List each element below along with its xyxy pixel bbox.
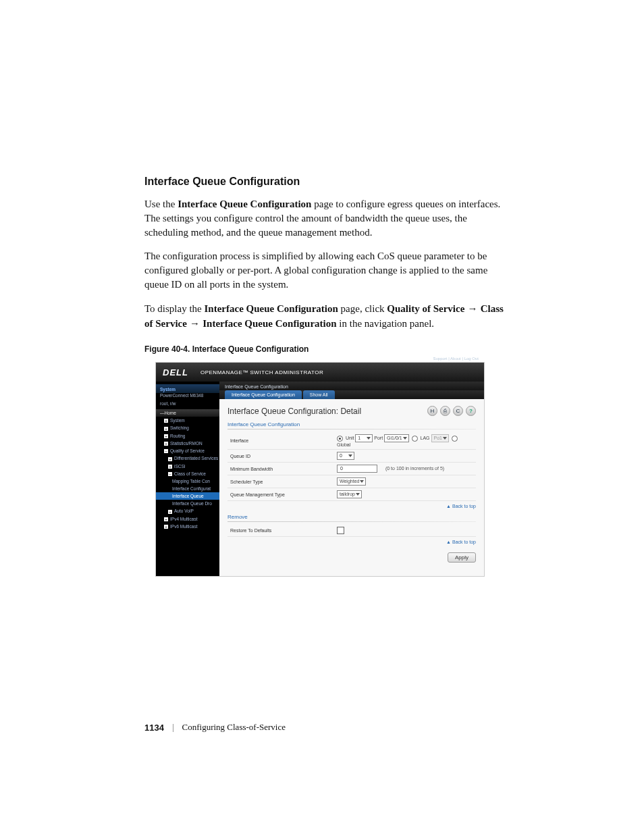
min-bandwidth-input[interactable]: 0: [337, 465, 377, 473]
nav-sidebar: System PowerConnect M6348 root, r/w —Hom…: [156, 382, 219, 576]
expand-icon: +: [164, 517, 168, 521]
port-select[interactable]: Gi1/0/1: [384, 434, 409, 442]
expand-icon: +: [164, 442, 168, 446]
save-icon[interactable]: H: [427, 406, 437, 416]
row-restore-defaults: Restore To Defaults: [227, 525, 476, 537]
tab-row: Interface Queue Configuration Show All: [219, 390, 484, 399]
bold-term: Interface Queue Configuration: [205, 303, 338, 314]
paragraph-1: Use the Interface Queue Configuration pa…: [144, 197, 509, 240]
row-interface: Interface Unit 1 Port Gi1/0/1 LAG Po1: [227, 432, 476, 450]
app-topbar: Support | About | Log Out DELL OPENMANAG…: [156, 363, 484, 382]
divider: [227, 429, 476, 429]
sidebar-item-diffserv[interactable]: +Differentiated Services: [156, 454, 219, 462]
section-heading: Interface Queue Configuration: [144, 176, 509, 188]
radio-global[interactable]: [452, 436, 458, 442]
sidebar-item-system[interactable]: +System: [156, 417, 219, 424]
paragraph-2: The configuration process is simplified …: [144, 249, 509, 292]
sidebar-item-interface-config[interactable]: Interface Configurat: [156, 485, 219, 492]
back-to-top-link-2[interactable]: ▲Back to top: [227, 540, 476, 544]
sidebar-item-label: Switching: [170, 425, 189, 430]
sidebar-device-model: PowerConnect M6348: [156, 393, 219, 401]
apply-button[interactable]: Apply: [448, 552, 476, 563]
radio-lag[interactable]: [412, 436, 418, 442]
expand-icon: +: [164, 525, 168, 529]
row-scheduler-type: Scheduler Type Weighted: [227, 475, 476, 488]
footer-separator: |: [172, 722, 174, 733]
sidebar-item-label: Interface Queue: [172, 494, 204, 498]
divider: [227, 521, 476, 522]
sidebar-item-qos[interactable]: –Quality of Service: [156, 447, 219, 454]
chapter-title: Configuring Class-of-Service: [182, 722, 286, 733]
screenshot-interface-queue-config: Support | About | Log Out DELL OPENMANAG…: [155, 362, 485, 577]
page-number: 1134: [144, 723, 164, 733]
label-queue-mgmt-type: Queue Management Type: [227, 488, 334, 501]
bold-term: Interface Queue Configuration: [178, 199, 311, 209]
collapse-icon: –: [168, 472, 172, 476]
triangle-up-icon: ▲: [446, 504, 451, 509]
sidebar-item-label: Differentiated Services: [174, 456, 218, 461]
sidebar-item-cos[interactable]: –Class of Service: [156, 470, 219, 477]
sidebar-item-label: IPv4 Multicast: [170, 517, 197, 521]
sidebar-item-ipv4-multicast[interactable]: +IPv4 Multicast: [156, 515, 219, 523]
sidebar-item-ipv6-multicast[interactable]: +IPv6 Multicast: [156, 523, 219, 530]
refresh-icon[interactable]: C: [453, 406, 463, 416]
text: in the navigation panel.: [337, 318, 435, 329]
sidebar-item-statistics[interactable]: +Statistics/RMON: [156, 440, 219, 447]
unit-select[interactable]: 1: [355, 434, 373, 442]
help-icon[interactable]: ?: [466, 406, 476, 416]
port-label: Port: [374, 436, 383, 440]
unit-label: Unit: [346, 436, 354, 440]
label-interface: Interface: [227, 432, 334, 450]
sidebar-item-label: Mapping Table Con: [172, 479, 210, 484]
queue-id-select[interactable]: 0: [337, 452, 354, 460]
sidebar-item-switching[interactable]: +Switching: [156, 424, 219, 432]
expand-icon: +: [164, 419, 168, 423]
lag-select: Po1: [431, 434, 449, 442]
sidebar-item-label: Class of Service: [174, 471, 206, 476]
product-name: OPENMANAGE™ SWITCH ADMINISTRATOR: [200, 369, 323, 375]
sidebar-item-routing[interactable]: +Routing: [156, 432, 219, 440]
sidebar-item-mapping-table[interactable]: Mapping Table Con: [156, 477, 219, 485]
sidebar-item-label: iSCSI: [174, 464, 186, 469]
restore-defaults-checkbox[interactable]: [337, 527, 344, 534]
scheduler-type-select[interactable]: Weighted: [337, 477, 366, 486]
brand-logo: DELL: [163, 367, 188, 377]
expand-icon: +: [164, 427, 168, 431]
sidebar-item-label: Quality of Service: [170, 448, 205, 453]
expand-icon: +: [168, 465, 172, 469]
triangle-up-icon: ▲: [446, 540, 451, 544]
sidebar-item-interface-queue-drop[interactable]: Interface Queue Dro: [156, 500, 219, 507]
back-to-top-label: Back to top: [452, 540, 476, 544]
sidebar-item-home[interactable]: —Home: [156, 409, 219, 417]
remove-table: Restore To Defaults: [227, 525, 476, 537]
sidebar-item-label: Interface Queue Dro: [172, 501, 212, 506]
global-label: Global: [337, 442, 350, 447]
arrow-icon: →: [187, 317, 203, 329]
sidebar-item-label: Home: [165, 411, 176, 415]
sidebar-item-auto-voip[interactable]: +Auto VoIP: [156, 507, 219, 515]
paragraph-3: To display the Interface Queue Configura…: [144, 301, 509, 331]
radio-unit[interactable]: [337, 436, 343, 442]
expand-icon: +: [168, 457, 172, 461]
min-bandwidth-hint: (0 to 100 in increments of 5): [385, 466, 444, 471]
row-queue-mgmt: Queue Management Type taildrop: [227, 488, 476, 501]
section-link-iqc[interactable]: Interface Queue Configuration: [227, 421, 476, 427]
queue-mgmt-select[interactable]: taildrop: [337, 490, 362, 498]
section-link-remove[interactable]: Remove: [227, 514, 476, 520]
tab-show-all[interactable]: Show All: [303, 390, 335, 399]
back-to-top-link-1[interactable]: ▲Back to top: [227, 504, 476, 509]
sidebar-item-label: Routing: [170, 434, 185, 438]
row-min-bandwidth: Minimum Bandwidth 0 (0 to 100 in increme…: [227, 463, 476, 475]
sidebar-item-iscsi[interactable]: +iSCSI: [156, 463, 219, 470]
text: Use the: [144, 199, 178, 209]
nav-step-1: Quality of Service: [387, 303, 464, 314]
row-queue-id: Queue ID 0: [227, 450, 476, 463]
sidebar-item-interface-queue[interactable]: Interface Queue: [156, 492, 219, 500]
expand-icon: +: [164, 434, 168, 438]
top-links[interactable]: Support | About | Log Out: [433, 357, 479, 361]
text: page, click: [338, 303, 387, 314]
label-queue-id: Queue ID: [227, 450, 334, 463]
print-icon[interactable]: ⎙: [440, 406, 450, 416]
sidebar-system-header: System: [156, 384, 219, 393]
tab-interface-queue-config[interactable]: Interface Queue Configuration: [225, 390, 302, 399]
